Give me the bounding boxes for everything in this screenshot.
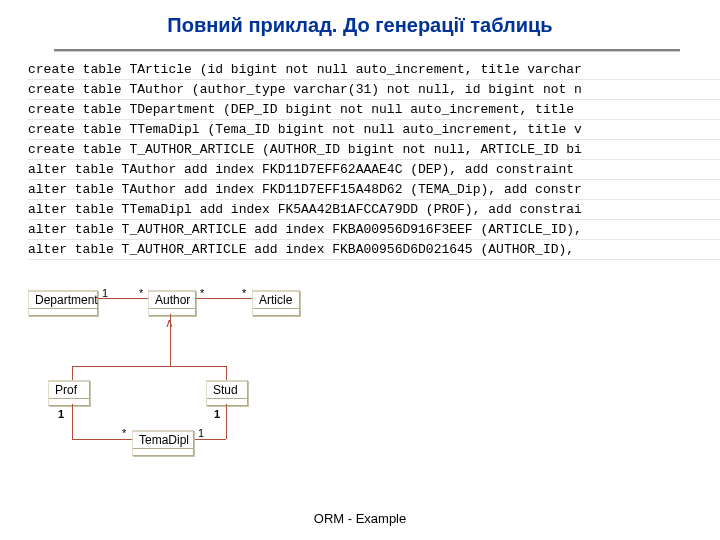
footer-label: ORM - Example [0,511,720,526]
sql-code-block: create table TArticle (id bigint not nul… [0,60,720,260]
connector [72,366,227,367]
entity-label: TemaDipl [133,432,193,449]
connector [72,439,132,440]
entity-label: Stud [207,382,247,399]
cardinality-one: 1 [198,427,204,439]
code-line: create table TTemaDipl (Tema_ID bigint n… [28,120,720,140]
entity-label: Prof [49,382,89,399]
code-line: alter table T_AUTHOR_ARTICLE add index F… [28,240,720,260]
code-line: create table TArticle (id bigint not nul… [28,60,720,80]
cardinality-star: * [122,427,126,439]
cardinality-one: 1 [102,287,108,299]
title-divider [54,49,680,52]
connector-vertical [72,366,73,380]
code-line: create table TAuthor (author_type varcha… [28,80,720,100]
cardinality-star: * [139,287,143,299]
connector-vertical [226,404,227,439]
entity-prof: Prof [48,380,90,406]
entity-label: Department [29,292,97,309]
code-line: alter table TAuthor add index FKD11D7EFF… [28,180,720,200]
connector-vertical [226,366,227,380]
cardinality-one: 1 [214,408,220,420]
connector [194,439,226,440]
inheritance-arrow-icon: ∧ [165,318,174,328]
entity-article: Article [252,290,300,316]
code-line: create table TDepartment (DEP_ID bigint … [28,100,720,120]
code-line: alter table TAuthor add index FKD11D7EFF… [28,160,720,180]
code-line: create table T_AUTHOR_ARTICLE (AUTHOR_ID… [28,140,720,160]
cardinality-star: * [200,287,204,299]
code-line: alter table TTemaDipl add index FK5AA42B… [28,200,720,220]
entity-label: Article [253,292,299,309]
entity-stud: Stud [206,380,248,406]
page-title: Повний приклад. До генерації таблиць [0,0,720,43]
connector-vertical [72,404,73,439]
entity-author: Author [148,290,196,316]
cardinality-star: * [242,287,246,299]
entity-department: Department [28,290,98,316]
entity-label: Author [149,292,195,309]
code-line: alter table T_AUTHOR_ARTICLE add index F… [28,220,720,240]
orm-diagram: Department Author Article 1 * * * ∧ Prof… [0,260,720,470]
cardinality-one: 1 [58,408,64,420]
entity-temadipl: TemaDipl [132,430,194,456]
